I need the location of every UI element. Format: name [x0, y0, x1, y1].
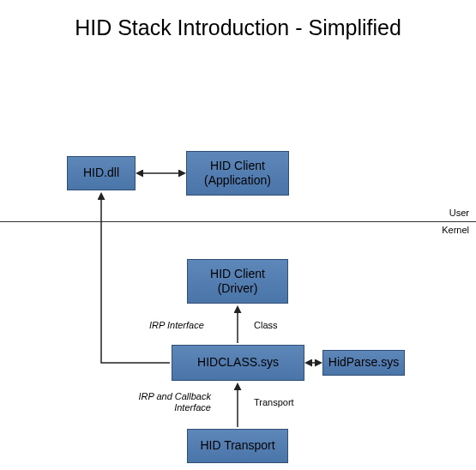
- box-hid-dll-label: HID.dll: [83, 166, 119, 181]
- divider-user-kernel: [0, 221, 476, 222]
- box-hid-client-driver: HID Client (Driver): [187, 259, 288, 304]
- box-hidparse-sys-label: HidParse.sys: [328, 355, 399, 371]
- label-irp-callback: IRP and Callback Interface: [134, 391, 211, 413]
- box-hid-client-driver-label: HID Client (Driver): [210, 267, 265, 297]
- label-irp-interface: IRP Interface: [149, 320, 204, 330]
- box-hidparse-sys: HidParse.sys: [322, 350, 405, 376]
- box-hid-transport-label: HID Transport: [200, 438, 274, 454]
- box-hid-transport: HID Transport: [187, 429, 288, 463]
- box-hid-dll: HID.dll: [67, 156, 136, 190]
- label-transport: Transport: [254, 397, 294, 407]
- box-hid-client-app: HID Client (Application): [186, 151, 289, 196]
- page-title: HID Stack Introduction - Simplified: [0, 15, 476, 40]
- box-hid-client-app-label: HID Client (Application): [204, 159, 271, 189]
- label-user: User: [449, 208, 469, 218]
- label-kernel: Kernel: [442, 225, 469, 235]
- box-hidclass-sys-label: HIDCLASS.sys: [197, 355, 279, 371]
- connectors: [0, 0, 476, 470]
- connector-hidclass-hiddll: [101, 194, 170, 363]
- label-class: Class: [254, 320, 278, 330]
- box-hidclass-sys: HIDCLASS.sys: [172, 345, 304, 381]
